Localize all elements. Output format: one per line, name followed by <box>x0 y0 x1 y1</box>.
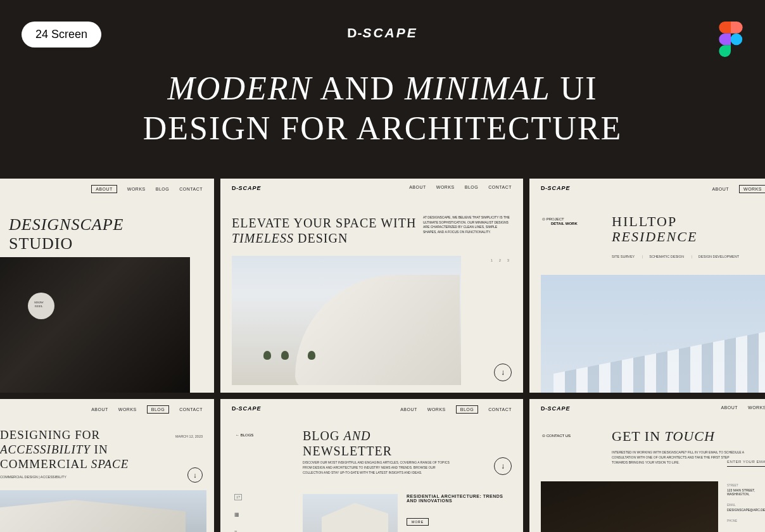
tb: TOUCH <box>665 428 715 444</box>
screen-count-badge: 24 Screen <box>22 22 101 48</box>
card-title: HILLTOP RESIDENCE <box>612 214 697 244</box>
field-street: STREET 123 MAIN STREET, WASHINGTON, <box>727 484 765 496</box>
post-title[interactable]: RESIDENTIAL ARCHITECTURE: TRENDS AND INN… <box>407 494 508 503</box>
card-logo: D-SCAPE <box>541 405 571 412</box>
nav-works[interactable]: WORKS <box>427 407 446 412</box>
screen-blog-post[interactable]: ABOUT WORKS BLOG CONTACT DESIGNING FOR A… <box>0 399 214 532</box>
scroll-down-button[interactable]: ↓ <box>187 467 203 483</box>
card-title: BLOG AND NEWSLETTER <box>303 428 392 459</box>
tag: SITE SURVEY <box>612 255 643 258</box>
tree-icon <box>281 351 289 360</box>
post-date: MARCH 12, 2023 <box>175 434 203 438</box>
screen-project-detail[interactable]: D-SCAPE ABOUT WORKS ⊙ PROJECT DETAIL WOR… <box>529 179 765 393</box>
filter-sidebar: 17 ▦ ≡ <box>234 494 242 532</box>
tree-icon <box>308 351 315 360</box>
email-input[interactable]: ENTER YOUR EMAIL <box>727 460 765 467</box>
headline-w1: MODERN <box>168 70 313 106</box>
arrow-down-icon: ↓ <box>501 368 505 377</box>
headline-w4: UI <box>551 70 598 106</box>
scroll-down-button[interactable]: ↓ <box>494 364 512 381</box>
slide-pager[interactable]: 1 2 3 <box>491 258 512 262</box>
nav: ABOUT WORKS <box>721 405 765 410</box>
headline: MODERN AND MINIMAL UI DESIGN FOR ARCHITE… <box>0 68 765 149</box>
nav-works[interactable]: WORKS <box>748 405 765 410</box>
figma-icon <box>718 22 743 57</box>
ta: GET IN <box>612 428 665 444</box>
screen-contact[interactable]: D-SCAPE ABOUT WORKS ⊙ CONTACT US GET IN … <box>529 399 765 532</box>
nav-works[interactable]: WORKS <box>436 185 455 189</box>
nav: ABOUT WORKS <box>712 185 765 193</box>
more-button[interactable]: MORE <box>407 518 429 526</box>
headline-line2: DESIGN FOR ARCHITECTURE <box>143 110 623 146</box>
field-phone: PHONE <box>727 519 765 522</box>
nav: ABOUT WORKS BLOG CONTACT <box>400 405 512 414</box>
t2: NEWSLETTER <box>303 444 392 458</box>
card-description: AT DESIGNSCAPE, WE BELIEVE THAT SIMPLICI… <box>423 215 512 234</box>
nav-about[interactable]: ABOUT <box>409 185 426 189</box>
field-label: STREET <box>727 484 765 487</box>
nav-contact[interactable]: CONTACT <box>179 187 203 191</box>
t1b: AND <box>343 429 370 443</box>
nav-contact[interactable]: CONTACT <box>488 185 512 189</box>
t1a: BLOG <box>303 429 343 443</box>
nav: ABOUT WORKS BLOG CONTACT <box>409 185 512 189</box>
screen-blog-index[interactable]: D-SCAPE ABOUT WORKS BLOG CONTACT ← BLOGS… <box>220 399 523 532</box>
card-title: DESIGNSCAPE STUDIO <box>9 215 123 253</box>
card-logo: D-SCAPE <box>232 185 262 191</box>
brand-prefix: D- <box>347 25 362 40</box>
arrow-down-icon: ↓ <box>501 462 505 471</box>
scroll-down-button[interactable]: ↓ <box>494 457 512 475</box>
nav-contact[interactable]: CONTACT <box>488 407 512 412</box>
field-value: DESIGNSCAPE@ARC.DESI <box>727 508 765 512</box>
contact-details: STREET 123 MAIN STREET, WASHINGTON, EMAI… <box>727 484 765 522</box>
card-title: DESIGNING FOR ACCESSIBILITY IN COMMERCIA… <box>0 428 129 471</box>
nav: ABOUT WORKS BLOG CONTACT <box>91 185 203 193</box>
post-thumbnail[interactable] <box>303 494 398 532</box>
nav-works[interactable]: WORKS <box>118 407 137 412</box>
svg-point-0 <box>731 34 743 46</box>
nav-blog[interactable]: BLOG <box>147 405 169 414</box>
t2b: IN <box>91 443 108 456</box>
t3b: SPACE <box>91 457 129 471</box>
contact-image <box>541 481 718 532</box>
card-title: ELEVATE YOUR SPACE WITH TIMELESS DESIGN <box>232 215 416 246</box>
calendar-icon[interactable]: 17 <box>234 494 242 500</box>
card-description: INTERESTED IN WORKING WITH DESIGNSCAPE? … <box>612 450 745 465</box>
grid-icon[interactable]: ▦ <box>234 512 242 517</box>
breadcrumb[interactable]: ← BLOGS <box>236 433 253 437</box>
title-l2: STUDIO <box>9 234 73 253</box>
hero-image <box>0 490 206 532</box>
nav-blog[interactable]: BLOG <box>465 185 478 189</box>
nav-about[interactable]: ABOUT <box>91 407 108 412</box>
showreel-button[interactable]: SHOW REEL <box>34 301 44 308</box>
field-label: EMAIL <box>727 504 765 507</box>
brand-logo: D-SCAPE <box>347 25 418 41</box>
nav-about[interactable]: ABOUT <box>400 407 417 412</box>
breadcrumb: ⊙ CONTACT US <box>542 433 571 438</box>
nav-blog[interactable]: BLOG <box>156 187 169 191</box>
t2a: ACCESSIBILITY <box>0 443 91 456</box>
hero-image <box>232 256 461 385</box>
eyebrow: ⊙ PROJECT <box>542 217 564 221</box>
title-l1: HILLTOP <box>612 213 677 229</box>
card-title: GET IN TOUCH <box>612 428 715 445</box>
nav-about[interactable]: ABOUT <box>721 405 738 410</box>
nav-about[interactable]: ABOUT <box>91 185 117 193</box>
nav: ABOUT WORKS BLOG CONTACT <box>91 405 203 414</box>
tag: SCHEMATIC DESIGN <box>649 255 692 258</box>
screen-about[interactable]: ABOUT WORKS BLOG CONTACT DESIGNSCAPE STU… <box>0 179 214 393</box>
tree-icon <box>263 351 271 360</box>
field-value: 123 MAIN STREET, WASHINGTON, <box>727 488 765 496</box>
nav-blog[interactable]: BLOG <box>456 405 478 414</box>
card-description: DISCOVER OUR MOST INSIGHTFUL AND ENGAGIN… <box>303 460 455 475</box>
headline-w3: MINIMAL <box>405 70 551 106</box>
nav-works[interactable]: WORKS <box>739 185 765 193</box>
filter-icon[interactable]: ≡ <box>234 529 242 532</box>
nav-contact[interactable]: CONTACT <box>179 407 203 412</box>
cards-grid: ABOUT WORKS BLOG CONTACT DESIGNSCAPE STU… <box>0 179 765 532</box>
title-l1: ELEVATE YOUR SPACE WITH <box>232 216 416 230</box>
screen-home[interactable]: D-SCAPE ABOUT WORKS BLOG CONTACT ELEVATE… <box>220 179 523 393</box>
nav-works[interactable]: WORKS <box>127 187 146 191</box>
nav-about[interactable]: ABOUT <box>712 187 729 191</box>
card-logo: D-SCAPE <box>232 405 262 412</box>
